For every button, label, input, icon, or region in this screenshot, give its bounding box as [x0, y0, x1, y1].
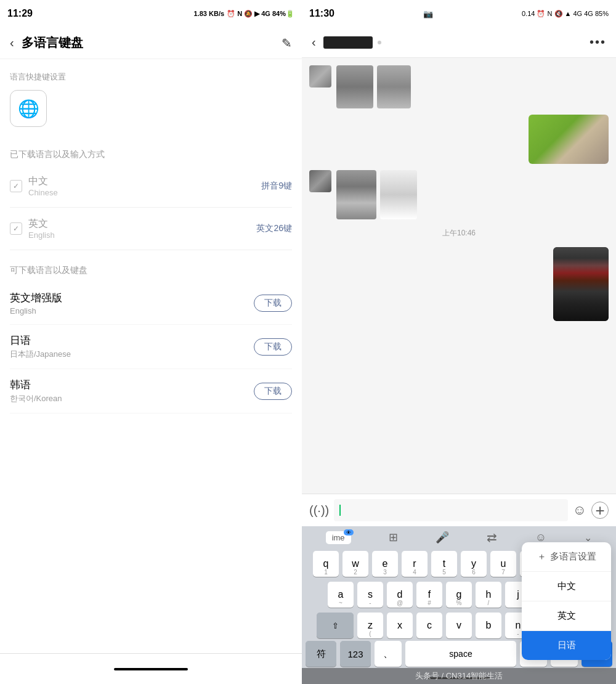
- key-123[interactable]: 123: [340, 641, 371, 667]
- msg-image-3: [336, 170, 376, 219]
- chinese-text: 中文 Chinese: [28, 175, 261, 197]
- downloadable-item-korean: 韩语 한국어/Korean 下载: [10, 369, 292, 413]
- chat-title-area: [323, 36, 590, 49]
- language-item-english[interactable]: ✓ 英文 English 英文26键: [10, 210, 292, 247]
- download-button-korean[interactable]: 下载: [254, 383, 292, 400]
- key-q[interactable]: q1: [313, 551, 339, 577]
- english-action[interactable]: 英文26键: [256, 223, 292, 234]
- chat-messages: 上午10:46: [302, 58, 616, 494]
- korean-name-en: 한국어/Korean: [10, 393, 62, 404]
- japanese-name-zh: 日语: [10, 333, 71, 348]
- voice-button[interactable]: ((·)): [309, 503, 329, 518]
- key-y[interactable]: y6: [461, 551, 487, 577]
- japanese-name-en: 日本語/Japanese: [10, 349, 71, 360]
- keyboard-collapse-icon[interactable]: ⌄: [584, 532, 592, 544]
- key-space[interactable]: space: [405, 641, 516, 667]
- key-t[interactable]: t5: [431, 551, 457, 577]
- edit-button[interactable]: ✎: [282, 36, 292, 51]
- chat-name-blurred: [323, 36, 373, 49]
- grid-icon[interactable]: ⊞: [389, 531, 398, 544]
- download-button-english[interactable]: 下载: [254, 295, 292, 312]
- chat-more-button[interactable]: •••: [590, 35, 606, 49]
- key-f[interactable]: f#: [416, 582, 442, 608]
- right-status-icons: 0.14 ⏰ N 🔇 ▲ 4G 4G 85%: [522, 10, 609, 18]
- text-cursor: [339, 505, 341, 516]
- page-title: 多语言键盘: [22, 35, 274, 51]
- key-g[interactable]: g%: [446, 582, 472, 608]
- message-timestamp: 上午10:46: [309, 226, 609, 241]
- shortcut-section-title: 语言快捷键设置: [10, 59, 292, 90]
- chat-status-dot: [378, 41, 381, 44]
- key-d[interactable]: d@: [387, 582, 413, 608]
- keyboard-main: q1 w2 e3 r4 t5 y6 u7 i8 o9 p0 a~ s- d@ f…: [302, 548, 616, 638]
- popup-chinese[interactable]: 中文: [522, 572, 611, 601]
- chinese-name-zh: 中文: [28, 175, 261, 188]
- popup-english[interactable]: 英文: [522, 601, 611, 631]
- divider-1: [10, 207, 292, 208]
- key-e[interactable]: e3: [372, 551, 398, 577]
- popup-multilang-settings[interactable]: ＋ 多语言设置: [522, 542, 611, 572]
- chat-input-field[interactable]: [334, 499, 567, 521]
- msg-image-1: [336, 65, 373, 108]
- right-status-bar: 11:30 📷 0.14 ⏰ N 🔇 ▲ 4G 4G 85%: [302, 0, 616, 27]
- english-name-en: English: [28, 230, 256, 240]
- left-content: 语言快捷键设置 🌐 已下载语言以及输入方式 ✓ 中文 Chinese 拼音9键 …: [0, 59, 302, 653]
- english-enhanced-name-en: English: [10, 306, 62, 316]
- msg-image-4: [380, 170, 417, 219]
- emoji-button[interactable]: ☺: [573, 502, 586, 518]
- checkbox-english[interactable]: ✓: [10, 222, 22, 235]
- downloadable-section-title: 可下载语言以及键盘: [10, 253, 292, 282]
- back-button[interactable]: ‹: [10, 36, 14, 50]
- key-u[interactable]: u7: [490, 551, 516, 577]
- chinese-name-en: Chinese: [28, 188, 261, 197]
- left-status-bar: 11:29 1.83 KB/s ⏰ N 🔕 ▶ 4G 84%🔋: [0, 0, 302, 27]
- globe-key-icon: 🌐: [10, 90, 47, 127]
- left-status-icons: 1.83 KB/s ⏰ N 🔕 ▶ 4G 84%🔋: [194, 10, 294, 18]
- key-r[interactable]: r4: [402, 551, 428, 577]
- key-a[interactable]: a~: [328, 582, 354, 608]
- chat-back-button[interactable]: ‹: [312, 35, 316, 49]
- key-h[interactable]: h/: [476, 582, 501, 608]
- language-popup-menu: ＋ 多语言设置 中文 英文 日语: [522, 542, 611, 660]
- msg-image-2: [377, 65, 411, 108]
- key-s[interactable]: s-: [357, 582, 383, 608]
- key-comma[interactable]: 、: [375, 641, 402, 667]
- right-panel: 11:30 📷 0.14 ⏰ N 🔇 ▲ 4G 4G 85% ‹ •••: [302, 0, 616, 684]
- chinese-action[interactable]: 拼音9键: [261, 181, 292, 192]
- divider-2: [10, 250, 292, 250]
- msg-image-sent-1: [529, 115, 609, 164]
- popup-japanese[interactable]: 日语: [522, 631, 611, 660]
- download-button-japanese[interactable]: 下载: [254, 338, 292, 356]
- language-item-chinese[interactable]: ✓ 中文 Chinese 拼音9键: [10, 168, 292, 205]
- msg-image-sent-2: [553, 247, 609, 321]
- key-x[interactable]: x: [387, 613, 413, 638]
- key-z[interactable]: z(: [357, 613, 383, 638]
- message-row-1: [309, 65, 609, 108]
- key-w[interactable]: w2: [342, 551, 368, 577]
- watermark: 头条号 / CN314智能生活: [302, 668, 616, 684]
- add-attachment-button[interactable]: +: [591, 502, 609, 519]
- left-bottom-bar: [0, 653, 302, 684]
- left-time: 11:29: [7, 8, 33, 19]
- message-row-sent-1: [309, 115, 609, 164]
- left-header: ‹ 多语言键盘 ✎: [0, 27, 302, 59]
- msg-images-1: [336, 65, 411, 108]
- keyboard-area: ime ⊞ 🎤 ⇄ ☺ ⌄ q1 w2 e3 r4 t5 y6 u7 i8 o9…: [302, 526, 616, 672]
- installed-section-title: 已下载语言以及输入方式: [10, 139, 292, 168]
- plus-icon: ＋: [537, 551, 546, 563]
- left-panel: 11:29 1.83 KB/s ⏰ N 🔕 ▶ 4G 84%🔋 ‹ 多语言键盘 …: [0, 0, 302, 684]
- key-v[interactable]: v: [446, 613, 472, 638]
- key-b[interactable]: b: [476, 613, 501, 638]
- cursor-icon[interactable]: ⇄: [487, 530, 497, 545]
- key-c[interactable]: c: [416, 613, 442, 638]
- downloadable-item-japanese: 日语 日本語/Japanese 下载: [10, 325, 292, 369]
- key-fu[interactable]: 符: [306, 641, 336, 667]
- mic-icon[interactable]: 🎤: [436, 531, 449, 544]
- multilang-indicator: [344, 529, 354, 535]
- popup-multilang-label: 多语言设置: [550, 551, 596, 563]
- key-shift[interactable]: ⇧: [317, 613, 354, 638]
- checkbox-chinese[interactable]: ✓: [10, 180, 22, 192]
- chat-header: ‹ •••: [302, 27, 616, 58]
- msg-images-2: [336, 170, 417, 219]
- right-time: 11:30: [309, 8, 334, 19]
